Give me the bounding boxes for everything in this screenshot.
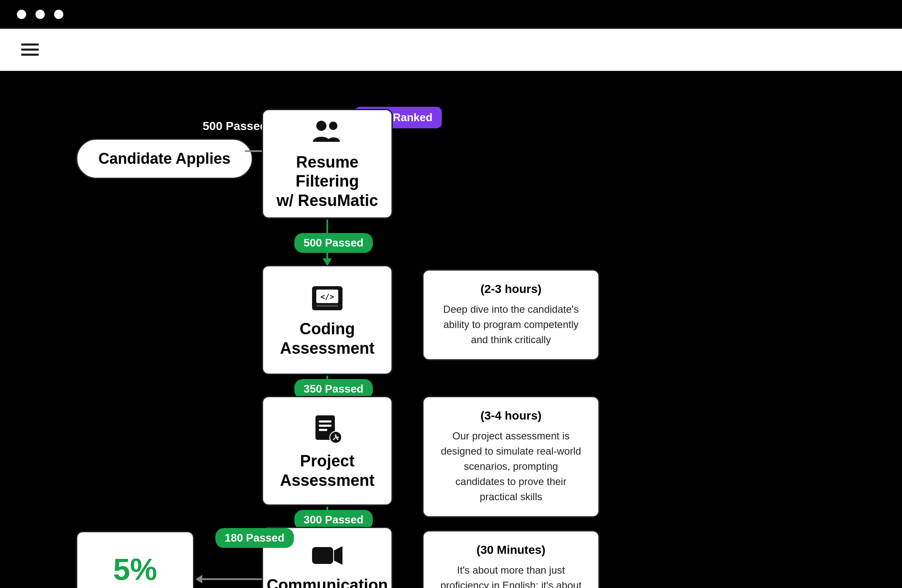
titlebar-dot-3	[54, 10, 63, 19]
candidate-applies-node: Candidate Applies	[76, 138, 253, 179]
project-assessment-title: Project Assessment	[272, 452, 383, 490]
resume-icon	[312, 120, 342, 147]
resume-filtering-title: Resume Filtering w/ ResuMatic	[272, 153, 383, 211]
coding-info-time: (2-3 hours)	[439, 282, 583, 296]
project-assessment-node: Project Assessment	[262, 396, 393, 506]
svg-point-1	[329, 122, 337, 130]
menubar	[0, 29, 902, 71]
flowchart: Candidate Applies 500 Passed ⚙️ AI Ranke…	[34, 88, 868, 586]
main-content: Candidate Applies 500 Passed ⚙️ AI Ranke…	[0, 71, 902, 588]
svg-point-0	[316, 121, 326, 131]
hamburger-line-1	[21, 43, 39, 46]
coding-icon: </>	[310, 285, 344, 314]
svg-text:</>: </>	[321, 292, 334, 301]
svg-rect-15	[312, 547, 333, 564]
hamburger-line-3	[21, 54, 39, 56]
comm-pass-badge: 180 Passed	[215, 528, 294, 548]
communication-interview-title: Communication Inteview	[266, 576, 388, 588]
titlebar-dot-1	[17, 10, 26, 19]
comm-info-time: (30 Minutes)	[439, 543, 583, 557]
svg-marker-16	[334, 546, 342, 565]
svg-rect-9	[319, 429, 327, 431]
coding-assessment-title: Coding Assessment	[272, 320, 383, 358]
resume-pass-badge: 500 Passed	[294, 233, 373, 253]
titlebar-dot-2	[35, 10, 45, 19]
comm-info-box: (30 Minutes) It's about more than just p…	[422, 530, 600, 588]
svg-rect-7	[319, 420, 331, 423]
project-icon	[312, 414, 342, 446]
hamburger-menu[interactable]	[21, 43, 39, 56]
arrow-comm-to-pass-rate	[196, 578, 262, 580]
svg-rect-5	[316, 305, 338, 307]
coding-info-box: (2-3 hours) Deep dive into the candidate…	[422, 269, 600, 360]
comm-info-desc: It's about more than just proficiency in…	[439, 563, 583, 588]
applies-count-label: 500 Passed	[203, 119, 267, 133]
comm-icon	[310, 543, 344, 570]
titlebar	[0, 0, 902, 29]
project-info-box: (3-4 hours) Our project assessment is de…	[422, 396, 600, 518]
svg-rect-8	[319, 425, 331, 427]
hamburger-line-2	[21, 49, 39, 51]
project-info-time: (3-4 hours)	[439, 409, 583, 423]
pass-rate-percent: 5%	[113, 554, 157, 585]
pass-rate-label: Pass Rate	[101, 585, 170, 588]
project-info-desc: Our project assessment is designed to si…	[439, 428, 583, 504]
coding-assessment-node: </> Coding Assessment	[262, 265, 393, 375]
coding-info-desc: Deep dive into the candidate's ability t…	[439, 302, 583, 347]
resume-filtering-node: Resume Filtering w/ ResuMatic	[262, 109, 393, 219]
pass-rate-node: 5% Pass Rate	[76, 531, 194, 588]
